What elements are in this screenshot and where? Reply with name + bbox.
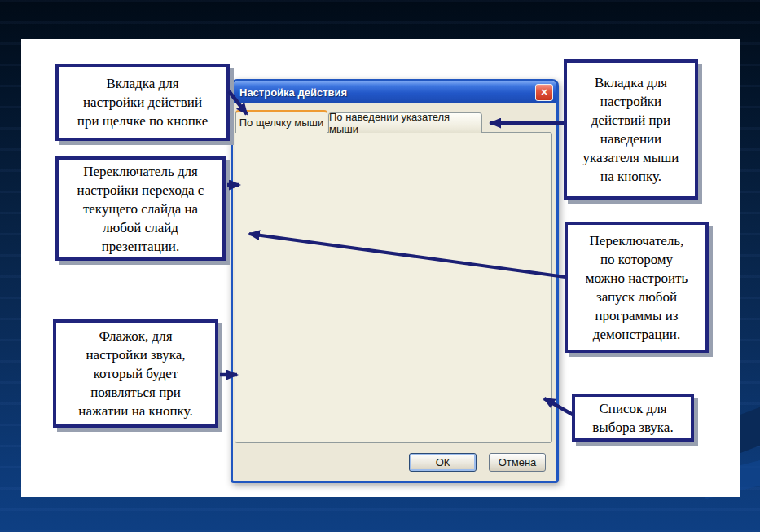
tab-label: По наведении указателя мыши	[329, 111, 481, 135]
dialog-body: По щелчку мыши По наведении указателя мы…	[233, 103, 556, 481]
tab-mouse-click[interactable]: По щелчку мыши	[235, 110, 327, 133]
tab-label: По щелчку мыши	[239, 117, 324, 129]
callout-click-tab: Вкладка для настройки действий при щелчк…	[55, 64, 230, 141]
close-icon[interactable]: ✕	[535, 84, 553, 101]
action-settings-dialog: Настройка действия ✕ По щелчку мыши По н…	[231, 79, 559, 483]
tab-mouse-over[interactable]: По наведении указателя мыши	[328, 112, 482, 133]
tab-page	[235, 132, 552, 443]
presentation-slide: Вкладка для настройки действий при щелчк…	[0, 0, 760, 532]
callout-program-radio: Переключатель, по которому можно настрои…	[565, 222, 709, 353]
ok-button[interactable]: ОК	[409, 453, 477, 472]
callout-sound-checkbox: Флажок, для настройки звука, который буд…	[53, 319, 218, 428]
dialog-title: Настройка действия	[239, 86, 535, 99]
callout-hyperlink-radio: Переключатель для настройки перехода с т…	[55, 156, 226, 261]
dialog-titlebar[interactable]: Настройка действия ✕	[233, 81, 556, 103]
callout-sound-list: Список для выбора звука.	[572, 394, 694, 442]
cancel-button[interactable]: Отмена	[489, 453, 546, 472]
callout-hover-tab: Вкладка для настройки действий при навед…	[564, 59, 698, 200]
